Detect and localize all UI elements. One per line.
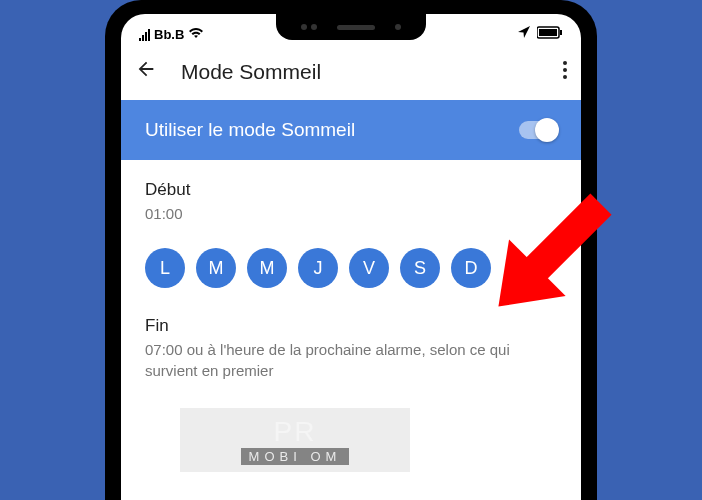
svg-rect-2 <box>560 30 562 35</box>
day-chip-sat[interactable]: S <box>400 248 440 288</box>
overflow-menu-button[interactable] <box>563 61 567 84</box>
start-time: 01:00 <box>145 204 557 224</box>
wifi-icon <box>188 27 204 42</box>
day-chip-mon[interactable]: L <box>145 248 185 288</box>
signal-icon <box>139 29 150 41</box>
day-chip-tue[interactable]: M <box>196 248 236 288</box>
page-title: Mode Sommeil <box>181 60 321 84</box>
day-selector: L M M J V S D <box>121 234 581 296</box>
day-chip-fri[interactable]: V <box>349 248 389 288</box>
phone-frame: Bb.B Mode Sommeil <box>105 0 597 500</box>
svg-rect-1 <box>539 29 557 36</box>
carrier-label: Bb.B <box>154 27 184 42</box>
back-button[interactable] <box>135 58 157 86</box>
sleep-mode-switch[interactable] <box>519 121 557 139</box>
end-section[interactable]: Fin 07:00 ou à l'heure de la prochaine a… <box>121 296 581 391</box>
svg-point-4 <box>563 68 567 72</box>
svg-point-5 <box>563 75 567 79</box>
svg-point-3 <box>563 61 567 65</box>
app-bar: Mode Sommeil <box>121 44 581 100</box>
battery-icon <box>537 26 563 42</box>
day-chip-thu[interactable]: J <box>298 248 338 288</box>
sleep-mode-label: Utiliser le mode Sommeil <box>145 119 355 141</box>
end-value: 07:00 ou à l'heure de la prochaine alarm… <box>145 340 557 381</box>
sleep-mode-toggle-row[interactable]: Utiliser le mode Sommeil <box>121 100 581 160</box>
start-section[interactable]: Début 01:00 <box>121 160 581 234</box>
screen: Bb.B Mode Sommeil <box>121 14 581 500</box>
notch <box>276 14 426 40</box>
start-label: Début <box>145 180 557 200</box>
end-label: Fin <box>145 316 557 336</box>
day-chip-wed[interactable]: M <box>247 248 287 288</box>
day-chip-sun[interactable]: D <box>451 248 491 288</box>
location-icon <box>517 25 531 42</box>
